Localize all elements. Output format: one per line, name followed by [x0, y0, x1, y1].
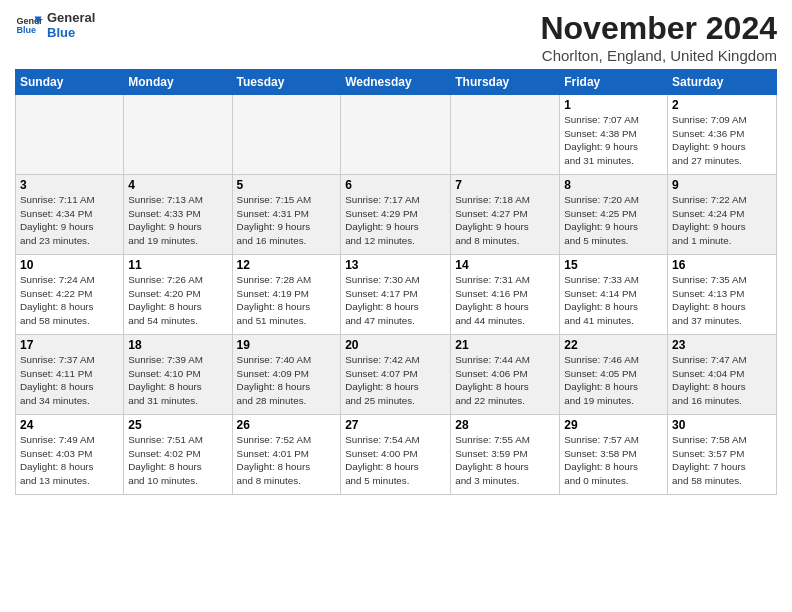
table-cell: 12Sunrise: 7:28 AM Sunset: 4:19 PM Dayli… — [232, 255, 341, 335]
day-number: 1 — [564, 98, 663, 112]
calendar-week-row: 3Sunrise: 7:11 AM Sunset: 4:34 PM Daylig… — [16, 175, 777, 255]
day-number: 26 — [237, 418, 337, 432]
table-cell: 6Sunrise: 7:17 AM Sunset: 4:29 PM Daylig… — [341, 175, 451, 255]
day-info: Sunrise: 7:31 AM Sunset: 4:16 PM Dayligh… — [455, 273, 555, 328]
col-monday: Monday — [124, 70, 232, 95]
day-info: Sunrise: 7:39 AM Sunset: 4:10 PM Dayligh… — [128, 353, 227, 408]
day-info: Sunrise: 7:47 AM Sunset: 4:04 PM Dayligh… — [672, 353, 772, 408]
table-cell: 5Sunrise: 7:15 AM Sunset: 4:31 PM Daylig… — [232, 175, 341, 255]
day-number: 9 — [672, 178, 772, 192]
day-info: Sunrise: 7:07 AM Sunset: 4:38 PM Dayligh… — [564, 113, 663, 168]
logo-blue: Blue — [47, 25, 95, 40]
day-info: Sunrise: 7:24 AM Sunset: 4:22 PM Dayligh… — [20, 273, 119, 328]
table-cell — [124, 95, 232, 175]
day-number: 20 — [345, 338, 446, 352]
table-cell: 8Sunrise: 7:20 AM Sunset: 4:25 PM Daylig… — [560, 175, 668, 255]
location: Chorlton, England, United Kingdom — [540, 47, 777, 64]
day-info: Sunrise: 7:18 AM Sunset: 4:27 PM Dayligh… — [455, 193, 555, 248]
day-number: 24 — [20, 418, 119, 432]
table-cell: 25Sunrise: 7:51 AM Sunset: 4:02 PM Dayli… — [124, 415, 232, 495]
day-number: 7 — [455, 178, 555, 192]
day-number: 16 — [672, 258, 772, 272]
day-info: Sunrise: 7:17 AM Sunset: 4:29 PM Dayligh… — [345, 193, 446, 248]
month-title: November 2024 — [540, 10, 777, 47]
col-wednesday: Wednesday — [341, 70, 451, 95]
day-number: 29 — [564, 418, 663, 432]
day-number: 13 — [345, 258, 446, 272]
day-number: 17 — [20, 338, 119, 352]
calendar-week-row: 10Sunrise: 7:24 AM Sunset: 4:22 PM Dayli… — [16, 255, 777, 335]
day-number: 21 — [455, 338, 555, 352]
svg-text:Blue: Blue — [16, 25, 36, 35]
day-info: Sunrise: 7:44 AM Sunset: 4:06 PM Dayligh… — [455, 353, 555, 408]
col-tuesday: Tuesday — [232, 70, 341, 95]
day-info: Sunrise: 7:37 AM Sunset: 4:11 PM Dayligh… — [20, 353, 119, 408]
header: General Blue General Blue November 2024 … — [15, 10, 777, 64]
day-info: Sunrise: 7:15 AM Sunset: 4:31 PM Dayligh… — [237, 193, 337, 248]
table-cell: 2Sunrise: 7:09 AM Sunset: 4:36 PM Daylig… — [668, 95, 777, 175]
day-info: Sunrise: 7:13 AM Sunset: 4:33 PM Dayligh… — [128, 193, 227, 248]
day-info: Sunrise: 7:35 AM Sunset: 4:13 PM Dayligh… — [672, 273, 772, 328]
table-cell: 26Sunrise: 7:52 AM Sunset: 4:01 PM Dayli… — [232, 415, 341, 495]
table-cell: 18Sunrise: 7:39 AM Sunset: 4:10 PM Dayli… — [124, 335, 232, 415]
day-info: Sunrise: 7:26 AM Sunset: 4:20 PM Dayligh… — [128, 273, 227, 328]
table-cell: 29Sunrise: 7:57 AM Sunset: 3:58 PM Dayli… — [560, 415, 668, 495]
table-cell: 22Sunrise: 7:46 AM Sunset: 4:05 PM Dayli… — [560, 335, 668, 415]
day-info: Sunrise: 7:57 AM Sunset: 3:58 PM Dayligh… — [564, 433, 663, 488]
day-number: 12 — [237, 258, 337, 272]
table-cell: 3Sunrise: 7:11 AM Sunset: 4:34 PM Daylig… — [16, 175, 124, 255]
table-cell: 7Sunrise: 7:18 AM Sunset: 4:27 PM Daylig… — [451, 175, 560, 255]
table-cell: 30Sunrise: 7:58 AM Sunset: 3:57 PM Dayli… — [668, 415, 777, 495]
table-cell: 28Sunrise: 7:55 AM Sunset: 3:59 PM Dayli… — [451, 415, 560, 495]
day-number: 5 — [237, 178, 337, 192]
day-info: Sunrise: 7:09 AM Sunset: 4:36 PM Dayligh… — [672, 113, 772, 168]
table-cell: 23Sunrise: 7:47 AM Sunset: 4:04 PM Dayli… — [668, 335, 777, 415]
calendar-week-row: 1Sunrise: 7:07 AM Sunset: 4:38 PM Daylig… — [16, 95, 777, 175]
day-number: 19 — [237, 338, 337, 352]
day-info: Sunrise: 7:30 AM Sunset: 4:17 PM Dayligh… — [345, 273, 446, 328]
day-number: 30 — [672, 418, 772, 432]
day-info: Sunrise: 7:11 AM Sunset: 4:34 PM Dayligh… — [20, 193, 119, 248]
title-block: November 2024 Chorlton, England, United … — [540, 10, 777, 64]
table-cell: 15Sunrise: 7:33 AM Sunset: 4:14 PM Dayli… — [560, 255, 668, 335]
table-cell: 1Sunrise: 7:07 AM Sunset: 4:38 PM Daylig… — [560, 95, 668, 175]
day-info: Sunrise: 7:55 AM Sunset: 3:59 PM Dayligh… — [455, 433, 555, 488]
col-sunday: Sunday — [16, 70, 124, 95]
day-info: Sunrise: 7:58 AM Sunset: 3:57 PM Dayligh… — [672, 433, 772, 488]
table-cell: 4Sunrise: 7:13 AM Sunset: 4:33 PM Daylig… — [124, 175, 232, 255]
day-number: 2 — [672, 98, 772, 112]
logo-icon: General Blue — [15, 11, 43, 39]
day-number: 11 — [128, 258, 227, 272]
table-cell: 16Sunrise: 7:35 AM Sunset: 4:13 PM Dayli… — [668, 255, 777, 335]
table-cell: 20Sunrise: 7:42 AM Sunset: 4:07 PM Dayli… — [341, 335, 451, 415]
day-info: Sunrise: 7:54 AM Sunset: 4:00 PM Dayligh… — [345, 433, 446, 488]
day-number: 6 — [345, 178, 446, 192]
table-cell: 9Sunrise: 7:22 AM Sunset: 4:24 PM Daylig… — [668, 175, 777, 255]
day-number: 4 — [128, 178, 227, 192]
day-info: Sunrise: 7:28 AM Sunset: 4:19 PM Dayligh… — [237, 273, 337, 328]
col-friday: Friday — [560, 70, 668, 95]
day-info: Sunrise: 7:22 AM Sunset: 4:24 PM Dayligh… — [672, 193, 772, 248]
day-number: 18 — [128, 338, 227, 352]
day-number: 22 — [564, 338, 663, 352]
day-number: 3 — [20, 178, 119, 192]
logo: General Blue General Blue — [15, 10, 95, 40]
day-info: Sunrise: 7:40 AM Sunset: 4:09 PM Dayligh… — [237, 353, 337, 408]
day-number: 27 — [345, 418, 446, 432]
day-number: 14 — [455, 258, 555, 272]
table-cell: 11Sunrise: 7:26 AM Sunset: 4:20 PM Dayli… — [124, 255, 232, 335]
calendar-week-row: 17Sunrise: 7:37 AM Sunset: 4:11 PM Dayli… — [16, 335, 777, 415]
table-cell: 10Sunrise: 7:24 AM Sunset: 4:22 PM Dayli… — [16, 255, 124, 335]
day-info: Sunrise: 7:42 AM Sunset: 4:07 PM Dayligh… — [345, 353, 446, 408]
day-info: Sunrise: 7:49 AM Sunset: 4:03 PM Dayligh… — [20, 433, 119, 488]
day-info: Sunrise: 7:33 AM Sunset: 4:14 PM Dayligh… — [564, 273, 663, 328]
col-saturday: Saturday — [668, 70, 777, 95]
day-number: 15 — [564, 258, 663, 272]
calendar: Sunday Monday Tuesday Wednesday Thursday… — [15, 69, 777, 495]
day-number: 8 — [564, 178, 663, 192]
table-cell: 14Sunrise: 7:31 AM Sunset: 4:16 PM Dayli… — [451, 255, 560, 335]
table-cell: 17Sunrise: 7:37 AM Sunset: 4:11 PM Dayli… — [16, 335, 124, 415]
day-number: 25 — [128, 418, 227, 432]
day-info: Sunrise: 7:46 AM Sunset: 4:05 PM Dayligh… — [564, 353, 663, 408]
table-cell — [341, 95, 451, 175]
